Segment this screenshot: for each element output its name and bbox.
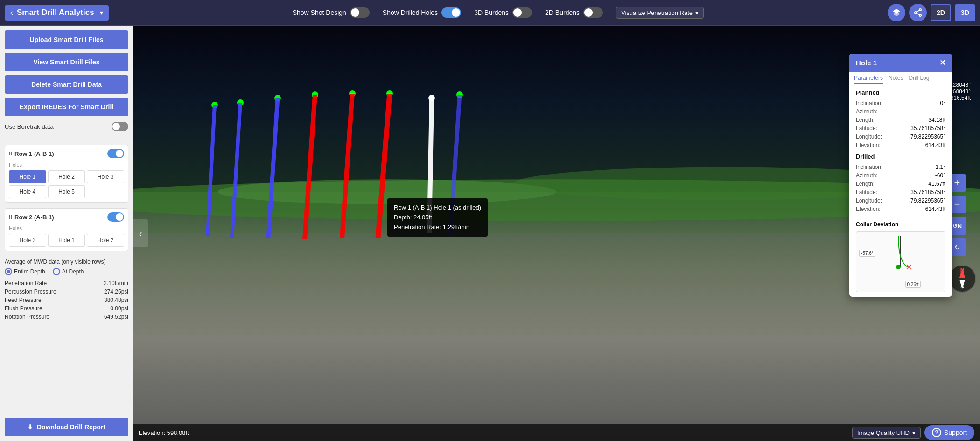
feed-pressure-value: 380.48psi: [104, 297, 128, 303]
download-btn[interactable]: ⬇ Download Drill Report: [5, 418, 128, 436]
svg-point-27: [456, 91, 463, 98]
image-quality-dropdown[interactable]: Image Quality UHD ▾: [852, 427, 921, 439]
separator: [5, 139, 128, 139]
svg-point-4: [919, 14, 921, 16]
drilled-inclination-label: Inclination:: [856, 164, 882, 170]
penetration-rate-label: Penetration Rate: [5, 280, 47, 287]
hole-panel-close-btn[interactable]: ✕: [939, 58, 945, 67]
collar-label-top: -57.6°: [859, 250, 875, 257]
burdens-3d-toggle[interactable]: [512, 7, 532, 18]
tab-parameters[interactable]: Parameters: [854, 75, 883, 84]
hole-panel: Hole 1 ✕ Parameters Notes Drill Log Plan…: [849, 54, 952, 297]
radio-entire-depth[interactable]: Entire Depth: [5, 268, 45, 275]
viewport[interactable]: ‹ Row 1 (A-B 1) Hole 1 (as drilled) Dept…: [133, 26, 980, 441]
burdens-2d-label: 2D Burdens: [545, 9, 580, 16]
planned-inclination-label: Inclination:: [856, 100, 882, 106]
image-quality-label: Image Quality UHD: [857, 429, 910, 436]
drilled-section-title: Drilled: [856, 153, 945, 160]
boretrak-toggle[interactable]: [112, 122, 128, 131]
tab-drill-log[interactable]: Drill Log: [909, 75, 929, 84]
tab-notes[interactable]: Notes: [889, 75, 903, 84]
burdens-2d-group: 2D Burdens: [545, 7, 603, 18]
row1-hole-5-btn[interactable]: Hole 5: [48, 185, 85, 198]
viz-label: Visualize Penetration Rate: [621, 9, 693, 16]
delete-btn[interactable]: Delete Smart Drill Data: [5, 75, 128, 94]
back-arrow-icon[interactable]: ‹: [10, 8, 13, 18]
row1-hole-4-btn[interactable]: Hole 4: [9, 185, 46, 198]
row2-title: ⁞⁞ Row 2 (A-B 1): [9, 214, 54, 221]
planned-inclination-value: 0°: [940, 100, 945, 106]
row2-toggle[interactable]: [107, 212, 124, 222]
flush-pressure-row: Flush Pressure 0.00psi: [5, 304, 128, 313]
row2-icon: ⁞⁞: [9, 214, 13, 220]
support-icon: ?: [932, 428, 941, 437]
drilled-elev-label: Elevation:: [856, 206, 881, 212]
drilled-length-value: 41.67ft: [928, 181, 945, 187]
row2-section: ⁞⁞ Row 2 (A-B 1) Holes Hole 3 Hole 1 Hol…: [5, 208, 128, 251]
planned-section-title: Planned: [856, 89, 945, 96]
row1-hole-3-btn[interactable]: Hole 3: [87, 170, 124, 183]
planned-length-value: 34.18ft: [928, 117, 945, 123]
planned-elev-label: Elevation:: [856, 142, 881, 148]
support-btn[interactable]: ? Support: [924, 425, 974, 440]
planned-lon-value: -79.82295365°: [909, 133, 945, 140]
hole-panel-header: Hole 1 ✕: [849, 54, 952, 72]
svg-line-6: [917, 13, 919, 15]
feed-pressure-row: Feed Pressure 380.48psi: [5, 296, 128, 304]
collar-title: Collar Deviation: [856, 221, 945, 228]
radio-entire-label: Entire Depth: [14, 268, 45, 275]
viz-chevron-icon: ▾: [695, 9, 699, 16]
nav-arrow-left[interactable]: ‹: [133, 219, 148, 247]
row1-hole-2-btn[interactable]: Hole 2: [48, 170, 85, 183]
svg-point-19: [312, 91, 318, 98]
show-drilled-holes-group: Show Drilled Holes: [383, 7, 461, 18]
planned-lon-row: Longitude: -79.82295365°: [856, 133, 945, 141]
rotation-pressure-row: Rotation Pressure 649.52psi: [5, 313, 128, 321]
chevron-down-icon[interactable]: ▾: [100, 9, 103, 16]
share-icon-btn[interactable]: [909, 4, 927, 21]
top-bar-controls: Show Shot Design Show Drilled Holes 3D B…: [117, 7, 879, 19]
svg-line-16: [232, 103, 240, 238]
sidebar: Upload Smart Drill Files View Smart Dril…: [0, 26, 133, 441]
collar-label-bot: 0.26ft: [905, 281, 921, 288]
export-btn[interactable]: Export IREDES For Smart Drill: [5, 98, 128, 116]
view-btn[interactable]: View Smart Drill Files: [5, 53, 128, 71]
drilled-lat-value: 35.76185758°: [910, 189, 945, 196]
3d-view-btn[interactable]: 3D: [955, 4, 975, 21]
flush-pressure-value: 0.00psi: [110, 305, 128, 312]
app-title: Smart Drill Analytics: [17, 8, 94, 17]
row2-hole-3-btn[interactable]: Hole 3: [9, 234, 46, 247]
hole-panel-tabs: Parameters Notes Drill Log: [849, 72, 952, 84]
rotation-pressure-label: Rotation Pressure: [5, 314, 49, 320]
planned-inclination-row: Inclination: 0°: [856, 99, 945, 107]
radio-at-depth[interactable]: At Depth: [53, 268, 84, 275]
svg-point-30: [896, 265, 901, 269]
drilled-inclination-row: Inclination: 1.1°: [856, 163, 945, 171]
top-bar-right: 2D 3D: [888, 4, 975, 21]
row1-toggle[interactable]: [107, 149, 124, 158]
planned-azimuth-row: Azimuth: ---: [856, 107, 945, 116]
drilled-lon-value: -79.82295365°: [909, 197, 945, 204]
percussion-pressure-value: 274.25psi: [104, 288, 128, 295]
row1-hole-1-btn[interactable]: Hole 1: [9, 170, 46, 183]
planned-lat-value: 35.76185758°: [910, 125, 945, 132]
row2-hole-2-btn[interactable]: Hole 2: [87, 234, 124, 247]
burdens-3d-label: 3D Burdens: [474, 9, 509, 16]
show-shot-design-group: Show Shot Design: [293, 7, 370, 18]
download-label: Download Drill Report: [37, 423, 105, 431]
row1-header: ⁞⁞ Row 1 (A-B 1): [9, 149, 124, 158]
hole-panel-body: Planned Inclination: 0° Azimuth: --- Len…: [849, 84, 952, 297]
layers-icon-btn[interactable]: [888, 4, 905, 21]
show-shot-design-toggle[interactable]: [350, 7, 370, 18]
burdens-2d-toggle[interactable]: [583, 7, 603, 18]
show-drilled-holes-toggle[interactable]: [441, 7, 461, 18]
upload-btn[interactable]: Upload Smart Drill Files: [5, 30, 128, 49]
svg-line-22: [342, 93, 352, 238]
drilled-lat-label: Latitude:: [856, 189, 877, 196]
row2-hole-1-btn[interactable]: Hole 1: [48, 234, 85, 247]
collar-diagram: -57.6° 0.26ft: [856, 231, 945, 292]
viz-dropdown[interactable]: Visualize Penetration Rate ▾: [616, 7, 704, 19]
rotation-pressure-value: 649.52psi: [104, 314, 128, 320]
drilled-elev-row: Elevation: 614.43ft: [856, 205, 945, 213]
2d-view-btn[interactable]: 2D: [931, 4, 951, 21]
